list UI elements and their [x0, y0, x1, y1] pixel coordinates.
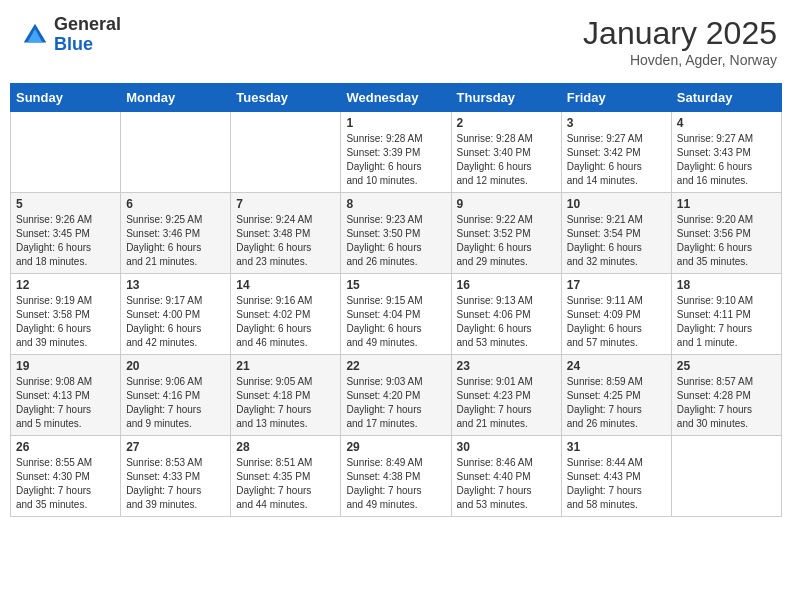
day-info: Sunrise: 8:55 AM Sunset: 4:30 PM Dayligh… — [16, 456, 115, 512]
day-number: 3 — [567, 116, 666, 130]
calendar-cell: 28Sunrise: 8:51 AM Sunset: 4:35 PM Dayli… — [231, 436, 341, 517]
day-info: Sunrise: 9:05 AM Sunset: 4:18 PM Dayligh… — [236, 375, 335, 431]
day-number: 1 — [346, 116, 445, 130]
calendar-cell: 18Sunrise: 9:10 AM Sunset: 4:11 PM Dayli… — [671, 274, 781, 355]
calendar-cell: 11Sunrise: 9:20 AM Sunset: 3:56 PM Dayli… — [671, 193, 781, 274]
day-info: Sunrise: 9:13 AM Sunset: 4:06 PM Dayligh… — [457, 294, 556, 350]
calendar-week-5: 26Sunrise: 8:55 AM Sunset: 4:30 PM Dayli… — [11, 436, 782, 517]
day-number: 28 — [236, 440, 335, 454]
day-info: Sunrise: 8:51 AM Sunset: 4:35 PM Dayligh… — [236, 456, 335, 512]
day-info: Sunrise: 9:24 AM Sunset: 3:48 PM Dayligh… — [236, 213, 335, 269]
calendar-cell: 27Sunrise: 8:53 AM Sunset: 4:33 PM Dayli… — [121, 436, 231, 517]
calendar-cell — [231, 112, 341, 193]
weekday-header-friday: Friday — [561, 84, 671, 112]
day-number: 31 — [567, 440, 666, 454]
calendar-week-4: 19Sunrise: 9:08 AM Sunset: 4:13 PM Dayli… — [11, 355, 782, 436]
calendar-cell: 17Sunrise: 9:11 AM Sunset: 4:09 PM Dayli… — [561, 274, 671, 355]
day-number: 29 — [346, 440, 445, 454]
day-number: 2 — [457, 116, 556, 130]
day-info: Sunrise: 9:27 AM Sunset: 3:42 PM Dayligh… — [567, 132, 666, 188]
logo-text: General Blue — [54, 15, 121, 55]
weekday-header-sunday: Sunday — [11, 84, 121, 112]
calendar-cell: 13Sunrise: 9:17 AM Sunset: 4:00 PM Dayli… — [121, 274, 231, 355]
day-info: Sunrise: 8:46 AM Sunset: 4:40 PM Dayligh… — [457, 456, 556, 512]
day-info: Sunrise: 8:57 AM Sunset: 4:28 PM Dayligh… — [677, 375, 776, 431]
calendar-cell: 4Sunrise: 9:27 AM Sunset: 3:43 PM Daylig… — [671, 112, 781, 193]
day-number: 8 — [346, 197, 445, 211]
day-number: 5 — [16, 197, 115, 211]
day-number: 18 — [677, 278, 776, 292]
day-number: 24 — [567, 359, 666, 373]
calendar-cell: 10Sunrise: 9:21 AM Sunset: 3:54 PM Dayli… — [561, 193, 671, 274]
day-info: Sunrise: 9:06 AM Sunset: 4:16 PM Dayligh… — [126, 375, 225, 431]
calendar-week-1: 1Sunrise: 9:28 AM Sunset: 3:39 PM Daylig… — [11, 112, 782, 193]
day-info: Sunrise: 9:17 AM Sunset: 4:00 PM Dayligh… — [126, 294, 225, 350]
calendar-cell: 26Sunrise: 8:55 AM Sunset: 4:30 PM Dayli… — [11, 436, 121, 517]
location: Hovden, Agder, Norway — [583, 52, 777, 68]
calendar-cell: 16Sunrise: 9:13 AM Sunset: 4:06 PM Dayli… — [451, 274, 561, 355]
day-info: Sunrise: 9:16 AM Sunset: 4:02 PM Dayligh… — [236, 294, 335, 350]
calendar-cell: 19Sunrise: 9:08 AM Sunset: 4:13 PM Dayli… — [11, 355, 121, 436]
title-block: January 2025 Hovden, Agder, Norway — [583, 15, 777, 68]
day-info: Sunrise: 9:27 AM Sunset: 3:43 PM Dayligh… — [677, 132, 776, 188]
day-info: Sunrise: 9:10 AM Sunset: 4:11 PM Dayligh… — [677, 294, 776, 350]
month-title: January 2025 — [583, 15, 777, 52]
calendar-cell: 7Sunrise: 9:24 AM Sunset: 3:48 PM Daylig… — [231, 193, 341, 274]
day-number: 9 — [457, 197, 556, 211]
calendar-cell: 23Sunrise: 9:01 AM Sunset: 4:23 PM Dayli… — [451, 355, 561, 436]
day-number: 14 — [236, 278, 335, 292]
day-info: Sunrise: 9:26 AM Sunset: 3:45 PM Dayligh… — [16, 213, 115, 269]
day-number: 21 — [236, 359, 335, 373]
calendar-cell: 1Sunrise: 9:28 AM Sunset: 3:39 PM Daylig… — [341, 112, 451, 193]
calendar-week-3: 12Sunrise: 9:19 AM Sunset: 3:58 PM Dayli… — [11, 274, 782, 355]
calendar-cell: 20Sunrise: 9:06 AM Sunset: 4:16 PM Dayli… — [121, 355, 231, 436]
weekday-header-tuesday: Tuesday — [231, 84, 341, 112]
logo-blue-text: Blue — [54, 35, 121, 55]
calendar-cell: 21Sunrise: 9:05 AM Sunset: 4:18 PM Dayli… — [231, 355, 341, 436]
day-info: Sunrise: 8:44 AM Sunset: 4:43 PM Dayligh… — [567, 456, 666, 512]
day-info: Sunrise: 8:53 AM Sunset: 4:33 PM Dayligh… — [126, 456, 225, 512]
day-info: Sunrise: 9:15 AM Sunset: 4:04 PM Dayligh… — [346, 294, 445, 350]
day-info: Sunrise: 9:23 AM Sunset: 3:50 PM Dayligh… — [346, 213, 445, 269]
day-number: 20 — [126, 359, 225, 373]
day-info: Sunrise: 8:59 AM Sunset: 4:25 PM Dayligh… — [567, 375, 666, 431]
day-number: 22 — [346, 359, 445, 373]
calendar-cell: 5Sunrise: 9:26 AM Sunset: 3:45 PM Daylig… — [11, 193, 121, 274]
day-number: 15 — [346, 278, 445, 292]
day-info: Sunrise: 9:08 AM Sunset: 4:13 PM Dayligh… — [16, 375, 115, 431]
day-number: 7 — [236, 197, 335, 211]
calendar-cell: 2Sunrise: 9:28 AM Sunset: 3:40 PM Daylig… — [451, 112, 561, 193]
calendar-cell — [121, 112, 231, 193]
day-number: 12 — [16, 278, 115, 292]
calendar-cell — [11, 112, 121, 193]
day-number: 23 — [457, 359, 556, 373]
day-number: 13 — [126, 278, 225, 292]
calendar-cell: 22Sunrise: 9:03 AM Sunset: 4:20 PM Dayli… — [341, 355, 451, 436]
day-number: 17 — [567, 278, 666, 292]
day-info: Sunrise: 8:49 AM Sunset: 4:38 PM Dayligh… — [346, 456, 445, 512]
calendar-cell: 14Sunrise: 9:16 AM Sunset: 4:02 PM Dayli… — [231, 274, 341, 355]
weekday-header-monday: Monday — [121, 84, 231, 112]
calendar-cell: 30Sunrise: 8:46 AM Sunset: 4:40 PM Dayli… — [451, 436, 561, 517]
day-number: 26 — [16, 440, 115, 454]
day-number: 25 — [677, 359, 776, 373]
calendar-cell — [671, 436, 781, 517]
day-info: Sunrise: 9:28 AM Sunset: 3:40 PM Dayligh… — [457, 132, 556, 188]
calendar-cell: 9Sunrise: 9:22 AM Sunset: 3:52 PM Daylig… — [451, 193, 561, 274]
day-number: 4 — [677, 116, 776, 130]
day-number: 16 — [457, 278, 556, 292]
weekday-header-thursday: Thursday — [451, 84, 561, 112]
day-info: Sunrise: 9:25 AM Sunset: 3:46 PM Dayligh… — [126, 213, 225, 269]
day-info: Sunrise: 9:20 AM Sunset: 3:56 PM Dayligh… — [677, 213, 776, 269]
calendar-week-2: 5Sunrise: 9:26 AM Sunset: 3:45 PM Daylig… — [11, 193, 782, 274]
logo: General Blue — [20, 15, 121, 55]
logo-general-text: General — [54, 15, 121, 35]
calendar-cell: 25Sunrise: 8:57 AM Sunset: 4:28 PM Dayli… — [671, 355, 781, 436]
calendar-cell: 12Sunrise: 9:19 AM Sunset: 3:58 PM Dayli… — [11, 274, 121, 355]
calendar: SundayMondayTuesdayWednesdayThursdayFrid… — [10, 83, 782, 517]
logo-icon — [20, 20, 50, 50]
day-number: 19 — [16, 359, 115, 373]
day-number: 30 — [457, 440, 556, 454]
calendar-cell: 15Sunrise: 9:15 AM Sunset: 4:04 PM Dayli… — [341, 274, 451, 355]
header: General Blue January 2025 Hovden, Agder,… — [10, 10, 782, 73]
